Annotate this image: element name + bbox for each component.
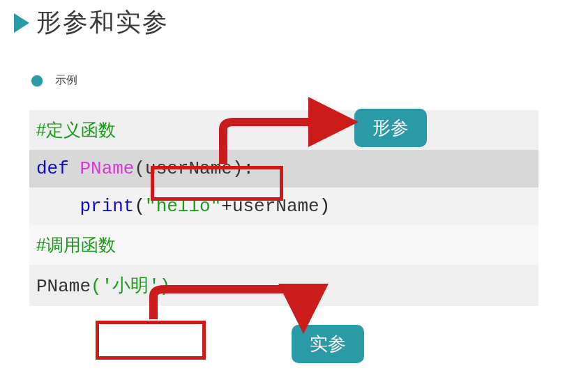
close-paren-2: ) (319, 196, 331, 217)
callout-formal-param: 形参 (354, 109, 427, 147)
comment-call: #调用函数 (36, 235, 116, 254)
slide-header: 形参和实参 (14, 6, 169, 40)
colon: : (243, 158, 254, 179)
open-paren-2: ( (134, 196, 145, 217)
highlight-box-arg (96, 321, 206, 360)
keyword-def: def (36, 158, 69, 179)
comment-define: #定义函数 (36, 120, 116, 139)
plus-op: + (221, 196, 232, 217)
open-paren-3: ( (91, 276, 102, 297)
close-paren-3: ) (160, 276, 171, 297)
code-line-3: print("hello"+userName) (29, 188, 538, 225)
open-paren: ( (134, 158, 145, 179)
code-line-5: PName('小明') (29, 265, 538, 306)
code-line-1: #定义函数 (29, 110, 538, 150)
param-name: userName (145, 158, 232, 179)
arg-literal: '小明' (102, 276, 160, 297)
function-name: PName (80, 158, 134, 179)
call-fname: PName (36, 276, 91, 297)
bullet-dot-icon (31, 75, 43, 86)
string-literal: "hello" (145, 196, 221, 217)
sub-bullet: 示例 (31, 73, 77, 88)
code-line-2: def PName(userName): (29, 150, 538, 188)
print-call: print (80, 196, 134, 217)
indent (36, 196, 80, 217)
slide-title: 形参和实参 (36, 6, 169, 40)
play-triangle-icon (14, 13, 29, 33)
callout-actual-arg: 实参 (292, 325, 364, 363)
close-paren: ) (232, 158, 243, 179)
var-ref: userName (232, 196, 319, 217)
code-example: #定义函数 def PName(userName): print("hello"… (29, 110, 538, 306)
sub-label: 示例 (55, 73, 77, 88)
code-line-4: #调用函数 (29, 225, 538, 265)
